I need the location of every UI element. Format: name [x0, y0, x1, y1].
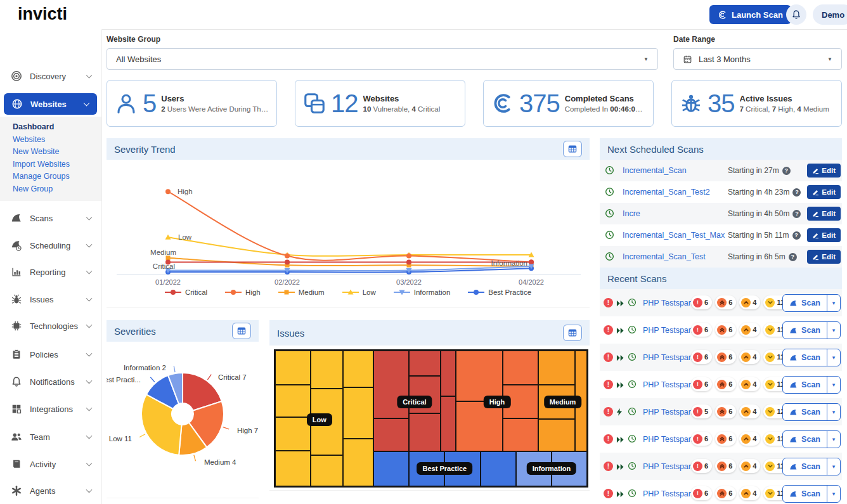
sidebar-item-issues[interactable]: Issues	[0, 290, 101, 308]
sidebar-item-discovery[interactable]: Discovery	[0, 67, 101, 85]
scan-dropdown-caret[interactable]: ▾	[827, 349, 840, 366]
treemap-group-best-practice[interactable]: Best Practice	[373, 451, 516, 486]
treemap-group-medium[interactable]: Medium	[538, 351, 587, 451]
severity-badge-critical[interactable]: !6	[691, 323, 712, 337]
treemap-group-high[interactable]: High	[456, 351, 538, 451]
help-question-icon[interactable]: ?	[782, 167, 791, 175]
severity-badge-critical[interactable]: !6	[691, 459, 712, 473]
scan-button[interactable]: Scan	[783, 377, 827, 393]
stat-card-active-issues[interactable]: 35Active Issues7 Critical, 7 High, 4 Med…	[671, 80, 842, 127]
scan-button[interactable]: Scan	[783, 404, 827, 420]
severity-badge-high[interactable]: 6	[715, 377, 736, 391]
sidebar-item-reporting[interactable]: Reporting	[0, 263, 101, 281]
severities-table-view-button[interactable]	[232, 323, 251, 339]
notifications-bell-button[interactable]	[786, 4, 806, 25]
scan-button[interactable]: Scan	[783, 349, 827, 366]
launch-scan-button[interactable]: Launch Scan	[709, 5, 791, 24]
severity-trend-table-view-button[interactable]	[563, 141, 582, 157]
sidebar-subitem-manage-groups[interactable]: Manage Groups	[0, 171, 101, 183]
edit-scheduled-scan-button[interactable]: Edit	[807, 185, 841, 199]
help-question-icon[interactable]: ?	[789, 253, 797, 261]
severity-badge-medium[interactable]: 4	[739, 295, 760, 309]
help-question-icon[interactable]: ?	[792, 210, 801, 218]
sidebar-subitem-dashboard[interactable]: Dashboard	[0, 121, 101, 134]
edit-scheduled-scan-button[interactable]: Edit	[807, 164, 841, 178]
scan-split-button[interactable]: Scan▾	[782, 376, 841, 394]
issues-table-view-button[interactable]	[563, 325, 582, 341]
scheduled-scan-link[interactable]: Incremental_Scan	[623, 166, 687, 175]
severity-badge-high[interactable]: 6	[715, 459, 736, 473]
sidebar-item-websites[interactable]: Websites	[4, 93, 97, 115]
scan-split-button[interactable]: Scan▾	[782, 403, 841, 421]
scan-split-button[interactable]: Scan▾	[782, 321, 841, 339]
severity-badge-high[interactable]: 6	[715, 432, 736, 446]
scan-split-button[interactable]: Scan▾	[782, 458, 841, 475]
scan-dropdown-caret[interactable]: ▾	[827, 486, 840, 502]
edit-scheduled-scan-button[interactable]: Edit	[807, 250, 841, 264]
scan-button[interactable]: Scan	[783, 458, 827, 475]
treemap-group-low[interactable]: Low	[275, 351, 373, 486]
sidebar-item-technologies[interactable]: Technologies	[0, 317, 101, 335]
severity-badge-medium[interactable]: 4	[739, 404, 760, 418]
scan-dropdown-caret[interactable]: ▾	[827, 377, 840, 393]
sidebar-subitem-new-group[interactable]: New Group	[0, 183, 101, 196]
stat-card-users[interactable]: 5Users2 Users Were Active During The Las…	[107, 80, 277, 127]
scheduled-scan-link[interactable]: Incre	[623, 209, 640, 218]
help-question-icon[interactable]: ?	[792, 188, 801, 197]
edit-scheduled-scan-button[interactable]: Edit	[807, 207, 841, 221]
scan-split-button[interactable]: Scan▾	[782, 294, 841, 312]
sidebar-item-team[interactable]: Team	[0, 428, 101, 446]
severity-badge-medium[interactable]: 4	[739, 377, 760, 391]
scheduled-scan-link[interactable]: Incremental_Scan_Test	[623, 252, 706, 261]
severity-badge-critical[interactable]: !6	[691, 377, 712, 391]
scan-split-button[interactable]: Scan▾	[782, 485, 841, 503]
severity-badge-high[interactable]: 6	[715, 486, 736, 500]
scan-split-button[interactable]: Scan▾	[782, 430, 841, 448]
scan-dropdown-caret[interactable]: ▾	[827, 431, 840, 448]
sidebar-item-agents[interactable]: Agents	[0, 482, 101, 500]
severity-badge-medium[interactable]: 4	[739, 432, 760, 446]
scan-dropdown-caret[interactable]: ▾	[827, 404, 840, 420]
severity-badge-high[interactable]: 6	[715, 404, 736, 418]
severity-badge-medium[interactable]: 4	[739, 486, 760, 500]
scan-dropdown-caret[interactable]: ▾	[827, 322, 840, 339]
sidebar-subitem-new-website[interactable]: New Website	[0, 146, 101, 158]
severity-badge-high[interactable]: 6	[715, 295, 736, 309]
sidebar-subitem-websites[interactable]: Websites	[0, 134, 101, 146]
stat-card-completed-scans[interactable]: 375Completed ScansCompleted In 00:46:04 …	[483, 80, 654, 127]
severity-badge-critical[interactable]: !6	[691, 486, 712, 500]
scan-dropdown-caret[interactable]: ▾	[827, 458, 840, 475]
sidebar-item-scheduling[interactable]: Scheduling	[0, 236, 101, 254]
scheduled-scan-link[interactable]: Incremental_Scan_Test_Max	[623, 231, 725, 240]
sidebar-subitem-import-websites[interactable]: Import Websites	[0, 158, 101, 171]
severity-badge-critical[interactable]: !6	[691, 295, 712, 309]
scan-button[interactable]: Scan	[783, 486, 827, 502]
scan-split-button[interactable]: Scan▾	[782, 349, 841, 366]
sidebar-item-policies[interactable]: Policies	[0, 346, 101, 363]
severity-badge-medium[interactable]: 4	[739, 323, 760, 337]
severity-badge-high[interactable]: 6	[715, 350, 736, 364]
stat-card-websites[interactable]: 12Websites10 Vulnerable, 4 Critical	[295, 80, 465, 127]
help-question-icon[interactable]: ?	[792, 231, 801, 240]
sidebar-item-scans[interactable]: Scans	[0, 209, 101, 227]
severity-badge-critical[interactable]: !5	[691, 404, 712, 418]
scan-button[interactable]: Scan	[783, 431, 827, 448]
sidebar-item-notifications[interactable]: Notifications	[0, 373, 101, 391]
treemap-group-information[interactable]: Information	[516, 451, 587, 486]
user-menu-button[interactable]: Demo	[813, 4, 847, 25]
scan-button[interactable]: Scan	[783, 295, 827, 311]
edit-scheduled-scan-button[interactable]: Edit	[807, 228, 841, 242]
severity-badge-critical[interactable]: !6	[691, 432, 712, 446]
treemap-group-critical[interactable]: Critical	[373, 351, 456, 451]
sidebar-item-activity[interactable]: Activity	[0, 455, 101, 473]
scheduled-scan-link[interactable]: Incremental_Scan_Test2	[623, 188, 710, 197]
severity-badge-medium[interactable]: 4	[739, 459, 760, 473]
severity-badge-high[interactable]: 6	[715, 323, 736, 337]
severity-badge-critical[interactable]: !6	[691, 350, 712, 364]
website-group-select[interactable]: All Websites ▼	[107, 48, 658, 70]
severity-badge-medium[interactable]: 4	[739, 350, 760, 364]
scan-dropdown-caret[interactable]: ▾	[827, 295, 840, 311]
date-range-select[interactable]: Last 3 Months ▼	[673, 48, 842, 70]
scan-button[interactable]: Scan	[783, 322, 827, 339]
sidebar-item-integrations[interactable]: Integrations	[0, 400, 101, 418]
